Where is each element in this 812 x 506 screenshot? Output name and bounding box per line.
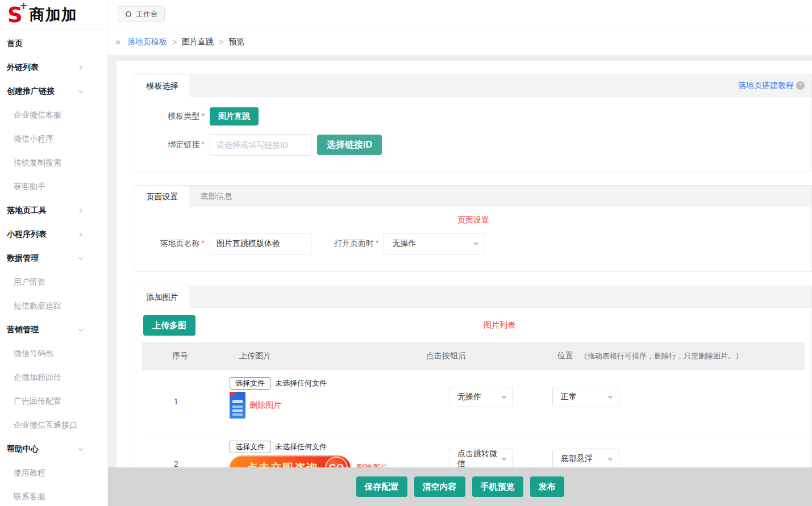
chevron-right-icon <box>78 65 84 70</box>
template-type-badge: 图片直跳 <box>210 107 259 126</box>
required-asterisk: * <box>202 140 205 149</box>
tab-page-settings[interactable]: 页面设置 <box>135 186 189 208</box>
workbench-button[interactable]: 工作台 <box>118 6 165 22</box>
save-config-button[interactable]: 保存配置 <box>356 476 407 497</box>
breadcrumb-collapse-icon: » <box>115 37 120 47</box>
header-note: （拖动表格行可排序，删除行，只需删除图片。） <box>580 351 743 361</box>
header-after-click: 点击按钮后 <box>426 351 466 361</box>
position-select[interactable]: 底部悬浮 <box>552 449 619 469</box>
bind-link-label: 绑定链接* <box>135 140 205 150</box>
upload-cell: 选择文件 未选择任何文件 删除图片 <box>230 377 327 419</box>
sidebar-item-landing-tools[interactable]: 落地页工具 <box>0 199 107 223</box>
page-settings-section-title: 页面设置 <box>135 215 811 225</box>
breadcrumb-separator: > <box>219 37 223 47</box>
after-click-select[interactable]: 点击跳转微信 <box>449 449 513 469</box>
image-table-row: 1 选择文件 未选择任何文件 删除图片 无操作 <box>142 370 805 433</box>
chevron-down-icon <box>78 327 84 333</box>
page-name-input[interactable] <box>210 233 311 254</box>
page-name-label: 落地页名称* <box>135 239 205 249</box>
required-asterisk: * <box>202 239 205 248</box>
top-bar: 工作台 <box>108 0 812 28</box>
chevron-down-icon <box>501 396 507 402</box>
template-type-label: 模板类型* <box>135 111 205 122</box>
breadcrumb-item-landing-templates[interactable]: 落地页模板 <box>127 37 167 47</box>
chevron-down-icon <box>607 458 613 464</box>
tab-bottom-info[interactable]: 底部信息 <box>189 186 243 207</box>
after-click-select[interactable]: 无操作 <box>449 387 513 407</box>
on-open-select[interactable]: 无操作 <box>384 233 485 254</box>
tab-add-images[interactable]: 添加图片 <box>135 286 189 308</box>
choose-file-button[interactable]: 选择文件 <box>230 441 270 453</box>
row-index: 1 <box>142 397 210 406</box>
required-asterisk: * <box>376 239 378 248</box>
page-settings-card: 页面设置 底部信息 页面设置 落地页名称* 打开页面时* 无操作 <box>135 185 812 272</box>
sidebar-item-data-management[interactable]: 数据管理 <box>0 246 107 270</box>
template-select-card: 模板选择 落地页搭建教程 ? 模板类型* 图片直跳 绑定链接* 选择链接ID <box>135 74 812 172</box>
chevron-down-icon <box>473 242 479 249</box>
breadcrumb: » 落地页模板 > 图片直跳 > 预览 <box>108 29 812 55</box>
clear-content-button[interactable]: 清空内容 <box>414 476 465 497</box>
footer-action-bar: 保存配置 清空内容 手机预览 发布 <box>108 467 812 506</box>
mobile-preview-button[interactable]: 手机预览 <box>472 476 523 497</box>
sidebar-item-tutorials[interactable]: 使用教程 <box>0 461 107 485</box>
sidebar-item-wechat-miniprogram[interactable]: 微信小程序 <box>0 127 107 151</box>
sidebar-item-wecom-fans-callback[interactable]: 企微加粉回传 <box>0 366 107 390</box>
landing-tutorial-link[interactable]: 落地页搭建教程 ? <box>738 75 811 96</box>
sidebar-item-wecom-interop-api[interactable]: 企业微信互通接口 <box>0 413 107 437</box>
choose-file-button[interactable]: 选择文件 <box>230 377 270 390</box>
file-status-text: 未选择任何文件 <box>275 378 327 388</box>
chevron-down-icon <box>78 256 84 261</box>
chevron-right-icon <box>78 232 84 237</box>
sidebar-item-marketing[interactable]: 营销管理 <box>0 318 107 342</box>
header-position: 位置 <box>557 351 573 361</box>
sidebar-item-wechat-number-pack[interactable]: 微信号码包 <box>0 342 107 366</box>
sidebar-menu: 首页 外链列表 创建推广链接 企业微信客服 微信小程序 传统复制搜索 获客助手 … <box>0 32 107 506</box>
brand-name: 商加加 <box>30 5 77 25</box>
sidebar-item-home[interactable]: 首页 <box>0 32 107 56</box>
sidebar-item-sms-tracking[interactable]: 短信数据追踪 <box>0 294 107 318</box>
workbench-label: 工作台 <box>136 9 158 19</box>
sidebar-item-user-leads[interactable]: 用户留资 <box>0 270 107 294</box>
template-card-tabs: 模板选择 落地页搭建教程 ? <box>135 75 811 97</box>
sidebar-item-help-center[interactable]: 帮助中心 <box>0 437 107 461</box>
brand-logo: S+ 商加加 <box>0 0 107 30</box>
sidebar-item-ad-callback-config[interactable]: 广告回传配置 <box>0 390 107 413</box>
sidebar-item-create-promo-link[interactable]: 创建推广链接 <box>0 80 107 103</box>
delete-image-link[interactable]: 删除图片 <box>249 400 281 411</box>
sidebar-item-customer-helper[interactable]: 获客助手 <box>0 175 107 199</box>
main-content: 模板选择 落地页搭建教程 ? 模板类型* 图片直跳 绑定链接* 选择链接ID <box>108 55 812 506</box>
sidebar-item-contact-support[interactable]: 联系客服 <box>0 485 107 506</box>
brand-plus-icon: + <box>19 1 27 11</box>
sidebar-item-external-links[interactable]: 外链列表 <box>0 56 107 80</box>
header-index: 序号 <box>172 351 188 361</box>
on-open-label: 打开页面时* <box>334 239 378 249</box>
bind-link-row: 绑定链接* 选择链接ID <box>135 134 811 156</box>
breadcrumb-item-preview: 预览 <box>228 37 244 47</box>
file-status-text: 未选择任何文件 <box>275 442 327 452</box>
sidebar-item-copy-search[interactable]: 传统复制搜索 <box>0 151 107 175</box>
chevron-down-icon <box>501 458 507 464</box>
chevron-down-icon <box>78 446 84 452</box>
image-list-title: 图片列表 <box>195 320 803 331</box>
sidebar-item-wecom-service[interactable]: 企业微信客服 <box>0 103 107 127</box>
breadcrumb-separator: > <box>172 37 177 47</box>
uploaded-image-thumbnail <box>230 392 245 419</box>
link-id-input[interactable] <box>210 134 311 156</box>
tab-template-select[interactable]: 模板选择 <box>135 75 189 97</box>
position-select[interactable]: 正常 <box>552 387 619 407</box>
brand-logo-mark: S+ <box>7 5 23 26</box>
sidebar-item-miniprogram-list[interactable]: 小程序列表 <box>0 223 107 246</box>
upload-multi-images-button[interactable]: 上传多图 <box>143 315 195 336</box>
template-type-row: 模板类型* 图片直跳 <box>135 107 811 126</box>
required-asterisk: * <box>202 111 205 120</box>
publish-button[interactable]: 发布 <box>530 476 564 497</box>
page-card-body: 页面设置 落地页名称* 打开页面时* 无操作 <box>135 207 811 271</box>
help-icon[interactable]: ? <box>796 81 805 90</box>
add-images-card: 添加图片 上传多图 图片列表 序号 上传图片 点击按钮后 位置 （拖动表格行可排… <box>135 286 812 497</box>
chevron-down-icon <box>78 89 84 94</box>
chevron-down-icon <box>607 396 613 402</box>
home-icon <box>124 10 132 19</box>
breadcrumb-item-image-jump[interactable]: 图片直跳 <box>182 37 214 47</box>
select-link-id-button[interactable]: 选择链接ID <box>317 135 382 155</box>
images-card-tabs: 添加图片 <box>135 286 811 308</box>
